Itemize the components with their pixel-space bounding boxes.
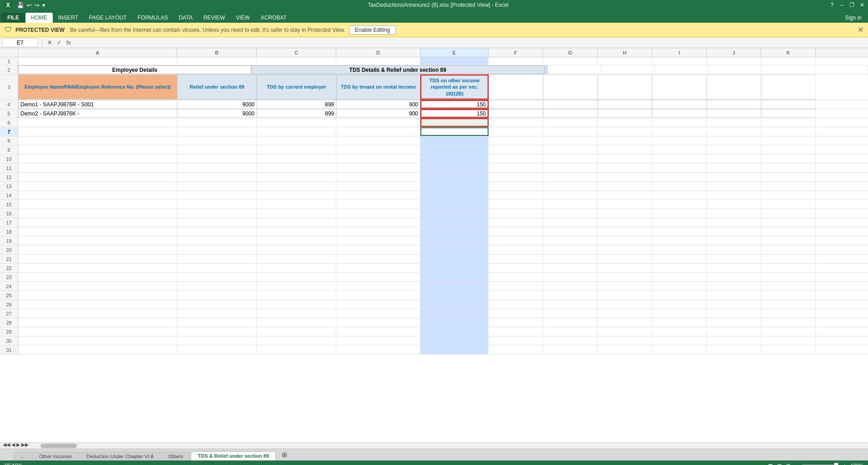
cell-f24[interactable]: [489, 282, 543, 290]
cell-h12[interactable]: [598, 173, 652, 181]
minimize-button[interactable]: ─: [840, 2, 844, 8]
cell-b18[interactable]: [177, 227, 257, 236]
cell-d7[interactable]: [336, 127, 420, 136]
cell-h7[interactable]: [598, 127, 652, 136]
cell-k27[interactable]: [761, 309, 816, 318]
cell-h16[interactable]: [598, 209, 652, 218]
cell-h10[interactable]: [598, 155, 652, 163]
col-header-e[interactable]: E: [420, 48, 489, 57]
cell-i29[interactable]: [652, 327, 707, 336]
cell-g8[interactable]: [543, 136, 598, 145]
cell-f11[interactable]: [489, 164, 543, 172]
cell-c29[interactable]: [257, 327, 336, 336]
cell-i25[interactable]: [652, 291, 707, 300]
tab-file[interactable]: FILE: [1, 13, 25, 23]
cell-k28[interactable]: [761, 318, 816, 327]
cell-f25[interactable]: [489, 291, 543, 300]
tab-formulas[interactable]: FORMULAS: [132, 13, 174, 23]
col-header-g[interactable]: G: [543, 48, 598, 57]
cell-c23[interactable]: [257, 273, 336, 281]
enable-editing-button[interactable]: Enable Editing: [349, 25, 396, 35]
close-button[interactable]: ✕: [860, 2, 864, 8]
cell-g29[interactable]: [543, 327, 598, 336]
cell-k16[interactable]: [761, 209, 816, 218]
cell-c27[interactable]: [257, 309, 336, 318]
cell-j11[interactable]: [707, 164, 761, 172]
cell-h21[interactable]: [598, 255, 652, 263]
cell-k8[interactable]: [761, 136, 816, 145]
cell-j16[interactable]: [707, 209, 761, 218]
cell-g21[interactable]: [543, 255, 598, 263]
cell-k31[interactable]: [761, 345, 816, 354]
cell-g28[interactable]: [543, 318, 598, 327]
cell-i10[interactable]: [652, 155, 707, 163]
cell-k20[interactable]: [761, 245, 816, 254]
cell-j29[interactable]: [707, 327, 761, 336]
cell-i19[interactable]: [652, 236, 707, 245]
cell-k23[interactable]: [761, 273, 816, 281]
cell-i31[interactable]: [652, 345, 707, 354]
col-header-j[interactable]: J: [707, 48, 761, 57]
cell-b16[interactable]: [177, 209, 257, 218]
cell-d21[interactable]: [336, 255, 420, 263]
cell-i9[interactable]: [652, 145, 707, 154]
cell-i16[interactable]: [652, 209, 707, 218]
cell-e26[interactable]: [420, 300, 489, 309]
cell-f19[interactable]: [489, 236, 543, 245]
cell-d24[interactable]: [336, 282, 420, 290]
cell-a19[interactable]: [18, 236, 177, 245]
cell-f23[interactable]: [489, 273, 543, 281]
cell-h23[interactable]: [598, 273, 652, 281]
add-sheet-button[interactable]: ⊕: [277, 449, 292, 460]
cell-b1[interactable]: [177, 57, 257, 65]
cell-g14[interactable]: [543, 191, 598, 200]
cell-i6[interactable]: [652, 118, 707, 127]
cell-g11[interactable]: [543, 164, 598, 172]
cell-c21[interactable]: [257, 255, 336, 263]
col-header-f[interactable]: F: [489, 48, 543, 57]
cell-i30[interactable]: [652, 336, 707, 345]
cell-j26[interactable]: [707, 300, 761, 309]
cell-k17[interactable]: [761, 218, 816, 227]
cell-g3[interactable]: [543, 75, 598, 100]
cell-e21[interactable]: [420, 255, 489, 263]
cell-j18[interactable]: [707, 227, 761, 236]
cell-e8[interactable]: [420, 136, 489, 145]
col-header-i[interactable]: I: [652, 48, 707, 57]
cell-e16[interactable]: [420, 209, 489, 218]
cell-d16[interactable]: [336, 209, 420, 218]
cell-a1[interactable]: [18, 57, 177, 65]
cell-c10[interactable]: [257, 155, 336, 163]
scroll-left-button[interactable]: ◀◀: [3, 442, 10, 448]
cell-d18[interactable]: [336, 227, 420, 236]
cell-f6[interactable]: [489, 118, 543, 127]
cell-j4[interactable]: [707, 100, 761, 109]
cell-c3[interactable]: TDS by current employer: [257, 75, 336, 100]
signin-button[interactable]: Sign in: [838, 13, 868, 23]
cell-a5[interactable]: Demo2 - SAAPJ9876K -: [18, 109, 177, 118]
cell-h24[interactable]: [598, 282, 652, 290]
cell-b5[interactable]: 9000: [177, 109, 257, 118]
cell-c18[interactable]: [257, 227, 336, 236]
cell-j7[interactable]: [707, 127, 761, 136]
tab-insert[interactable]: INSERT: [53, 13, 84, 23]
cell-h28[interactable]: [598, 318, 652, 327]
cell-g31[interactable]: [543, 345, 598, 354]
cell-k25[interactable]: [761, 291, 816, 300]
cell-a6[interactable]: [18, 118, 177, 127]
cell-k30[interactable]: [761, 336, 816, 345]
cell-f9[interactable]: [489, 145, 543, 154]
cell-i2[interactable]: [708, 65, 761, 74]
cell-k13[interactable]: [761, 182, 816, 190]
cell-i18[interactable]: [652, 227, 707, 236]
cell-e27[interactable]: [420, 309, 489, 318]
cell-e9[interactable]: [420, 145, 489, 154]
cell-f3[interactable]: [489, 75, 543, 100]
cell-g18[interactable]: [543, 227, 598, 236]
cell-d3[interactable]: TDS by tenant on rental income: [336, 75, 420, 100]
cell-j15[interactable]: [707, 200, 761, 209]
cell-c4[interactable]: 899: [257, 100, 336, 109]
cell-h17[interactable]: [598, 218, 652, 227]
cell-i28[interactable]: [652, 318, 707, 327]
hscroll-bar[interactable]: [40, 444, 77, 448]
